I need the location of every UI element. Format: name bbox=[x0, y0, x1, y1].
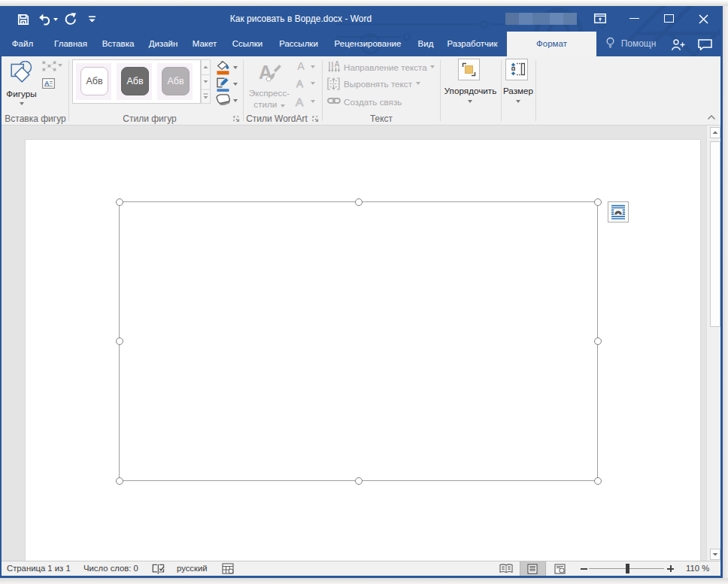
svg-text:А: А bbox=[296, 95, 304, 107]
svg-text:А: А bbox=[296, 78, 303, 88]
svg-text:A: A bbox=[335, 61, 340, 68]
